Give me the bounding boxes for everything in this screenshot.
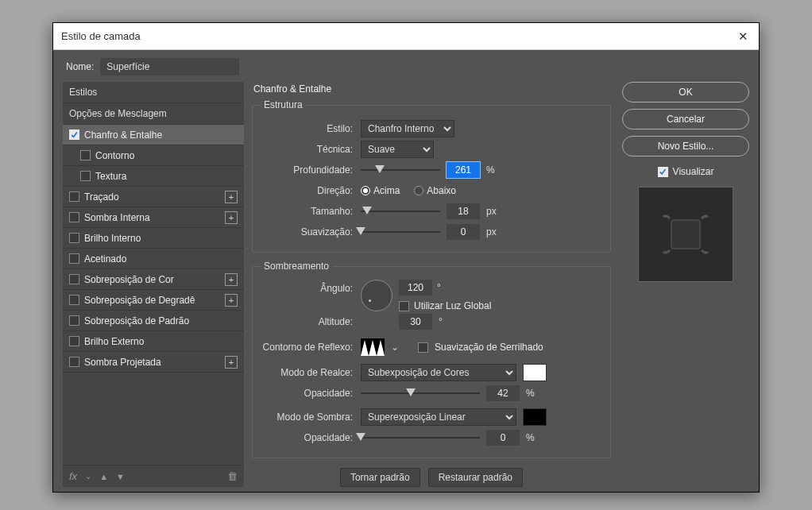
style-checkbox[interactable] bbox=[69, 295, 79, 305]
highlight-swatch[interactable] bbox=[523, 364, 547, 381]
style-label: Brilho Externo bbox=[84, 336, 144, 347]
style-label: Sombra Projetada bbox=[84, 357, 161, 368]
reset-default-button[interactable]: Restaurar padrão bbox=[428, 468, 523, 487]
highlight-mode-select[interactable]: Subexposição de Cores bbox=[361, 364, 516, 381]
style-checkbox[interactable] bbox=[69, 315, 79, 326]
move-up-icon[interactable]: ▲ bbox=[99, 472, 108, 481]
soften-input[interactable] bbox=[447, 224, 480, 240]
style-checkbox[interactable] bbox=[69, 357, 79, 367]
make-default-button[interactable]: Tornar padrão bbox=[340, 468, 420, 487]
technique-label: Técnica: bbox=[261, 144, 354, 155]
highlight-opacity-input[interactable] bbox=[486, 385, 520, 401]
style-checkbox[interactable] bbox=[69, 129, 79, 140]
move-down-icon[interactable]: ▼ bbox=[116, 472, 125, 481]
style-item[interactable]: Sobreposição de Cor+ bbox=[63, 269, 244, 290]
technique-select[interactable]: Suave bbox=[361, 141, 434, 158]
svg-rect-0 bbox=[671, 220, 700, 249]
add-effect-icon[interactable]: + bbox=[225, 294, 238, 307]
dialog-body: Nome: Estilos Opções de Mesclagem Chanfr… bbox=[53, 50, 759, 492]
new-style-button[interactable]: Novo Estilo... bbox=[622, 136, 749, 156]
style-item[interactable]: Contorno bbox=[63, 145, 244, 166]
angle-input[interactable] bbox=[399, 280, 432, 296]
name-input[interactable] bbox=[100, 58, 239, 75]
altitude-input[interactable] bbox=[399, 314, 432, 330]
style-item[interactable]: Sombra Projetada+ bbox=[63, 352, 244, 373]
angle-label: Ângulo: bbox=[261, 280, 354, 294]
style-item[interactable]: Brilho Interno bbox=[63, 228, 244, 249]
highlight-mode-label: Modo de Realce: bbox=[261, 367, 354, 378]
gloss-caret-icon[interactable]: ⌄ bbox=[391, 342, 399, 353]
fx-menu-caret[interactable]: ⌄ bbox=[85, 472, 91, 481]
shadow-opacity-input[interactable] bbox=[486, 430, 520, 446]
styles-header[interactable]: Estilos bbox=[63, 82, 244, 103]
global-light-checkbox[interactable] bbox=[399, 301, 409, 311]
size-input[interactable] bbox=[447, 203, 480, 219]
style-item[interactable]: Textura bbox=[63, 166, 244, 187]
blend-options[interactable]: Opções de Mesclagem bbox=[63, 103, 244, 125]
anti-alias-label: Suavização de Serrilhado bbox=[435, 342, 543, 353]
structure-legend: Estrutura bbox=[261, 99, 306, 110]
direction-down-radio[interactable]: Abaixo bbox=[414, 185, 456, 196]
style-label: Sobreposição de Degradê bbox=[84, 295, 195, 306]
style-checkbox[interactable] bbox=[80, 150, 91, 160]
style-item[interactable]: Chanfro & Entalhe bbox=[63, 125, 244, 145]
highlight-opacity-slider[interactable] bbox=[361, 387, 480, 400]
depth-slider[interactable] bbox=[361, 164, 440, 176]
shadow-mode-select[interactable]: Superexposição Linear bbox=[361, 408, 516, 426]
styles-footer: fx ⌄ ▲ ▼ 🗑 bbox=[63, 465, 244, 487]
trash-icon[interactable]: 🗑 bbox=[227, 470, 238, 482]
fx-icon[interactable]: fx bbox=[69, 470, 77, 482]
anti-alias-checkbox[interactable] bbox=[418, 342, 428, 353]
style-checkbox[interactable] bbox=[69, 191, 79, 202]
angle-dial[interactable] bbox=[361, 280, 392, 311]
depth-unit: % bbox=[486, 164, 495, 176]
highlight-opacity-unit: % bbox=[526, 388, 535, 399]
size-slider[interactable] bbox=[361, 205, 440, 218]
style-item[interactable]: Traçado+ bbox=[63, 187, 244, 207]
global-light-label: Utilizar Luz Global bbox=[414, 300, 491, 311]
style-checkbox[interactable] bbox=[69, 336, 79, 346]
direction-up-radio[interactable]: Acima bbox=[361, 185, 400, 196]
style-label: Sobreposição de Padrão bbox=[84, 315, 189, 326]
style-item[interactable]: Sobreposição de Degradê+ bbox=[63, 290, 244, 311]
add-effect-icon[interactable]: + bbox=[225, 191, 238, 203]
add-effect-icon[interactable]: + bbox=[225, 356, 238, 369]
style-label: Contorno bbox=[95, 150, 134, 161]
name-row: Nome: bbox=[63, 58, 749, 75]
cancel-button[interactable]: Cancelar bbox=[622, 109, 749, 129]
depth-input[interactable] bbox=[447, 162, 480, 178]
angle-unit: ° bbox=[437, 282, 441, 293]
style-checkbox[interactable] bbox=[69, 233, 79, 243]
style-item[interactable]: Sombra Interna+ bbox=[63, 207, 244, 228]
preview-checkbox[interactable] bbox=[658, 167, 668, 177]
main-grid: Estilos Opções de Mesclagem Chanfro & En… bbox=[63, 82, 749, 487]
style-item[interactable]: Acetinado bbox=[63, 249, 244, 269]
style-label: Acetinado bbox=[84, 253, 126, 265]
style-list: Chanfro & EntalheContornoTexturaTraçado+… bbox=[63, 125, 244, 373]
gloss-contour-picker[interactable] bbox=[361, 338, 385, 356]
preview-thumbnail bbox=[638, 187, 733, 282]
soften-unit: px bbox=[486, 226, 497, 238]
center-panel: Chanfro & Entalhe Estrutura Estilo: Chan… bbox=[252, 82, 614, 487]
shadow-opacity-unit: % bbox=[526, 432, 535, 443]
style-item[interactable]: Brilho Externo bbox=[63, 331, 244, 352]
add-effect-icon[interactable]: + bbox=[225, 211, 238, 224]
close-button[interactable]: ✕ bbox=[735, 29, 751, 44]
dialog-title: Estilo de camada bbox=[61, 30, 141, 42]
altitude-unit: ° bbox=[439, 316, 443, 327]
style-select[interactable]: Chanfro Interno bbox=[361, 120, 454, 137]
soften-slider[interactable] bbox=[361, 226, 440, 238]
shading-legend: Sombreamento bbox=[261, 261, 332, 272]
add-effect-icon[interactable]: + bbox=[225, 273, 238, 286]
style-item[interactable]: Sobreposição de Padrão bbox=[63, 311, 244, 331]
titlebar: Estilo de camada ✕ bbox=[53, 23, 759, 50]
shadow-swatch[interactable] bbox=[523, 408, 547, 426]
style-checkbox[interactable] bbox=[69, 253, 79, 264]
style-checkbox[interactable] bbox=[80, 171, 91, 181]
style-checkbox[interactable] bbox=[69, 212, 79, 222]
ok-button[interactable]: OK bbox=[622, 82, 749, 102]
style-checkbox[interactable] bbox=[69, 274, 79, 284]
shading-group: Sombreamento Ângulo: ° Utilizar Luz Glob bbox=[252, 261, 611, 458]
style-label: Chanfro & Entalhe bbox=[84, 129, 162, 141]
shadow-opacity-slider[interactable] bbox=[361, 431, 480, 444]
